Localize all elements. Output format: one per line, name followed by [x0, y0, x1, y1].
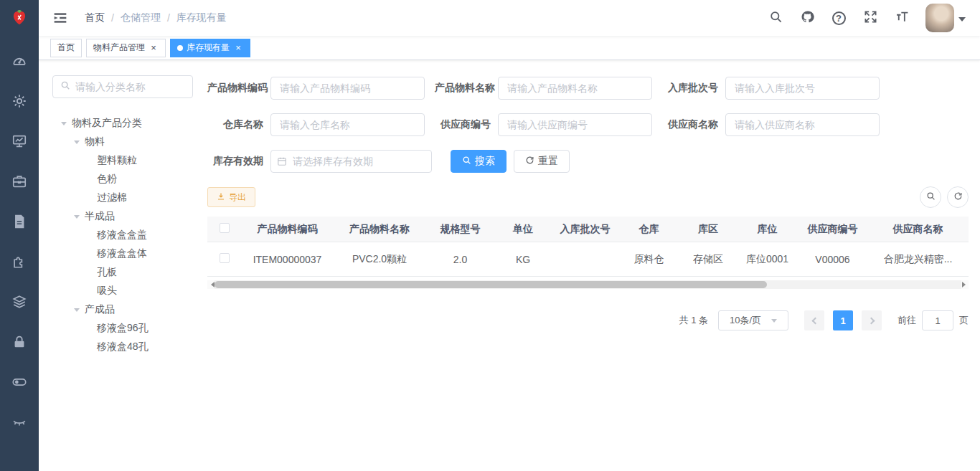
sidebar-item-settings[interactable]: [11, 93, 27, 109]
lock-icon: [11, 334, 27, 350]
supplier-code-input[interactable]: [498, 113, 652, 136]
caret-down-icon[interactable]: [74, 215, 80, 222]
tab-label: 库存现有量: [187, 42, 230, 54]
monitor-chart-icon: [11, 133, 27, 149]
close-icon[interactable]: ×: [149, 43, 159, 53]
row-checkbox[interactable]: [220, 253, 230, 263]
sidebar-item-charts[interactable]: [11, 133, 27, 149]
tree-node-box-body[interactable]: 移液盒盒体: [52, 244, 207, 263]
briefcase-icon: [11, 173, 27, 189]
sidebar-item-eye[interactable]: [11, 414, 27, 430]
font-size-button[interactable]: [890, 4, 914, 32]
tree-node-finished[interactable]: 产成品: [52, 300, 207, 319]
tree-node-plastic-pellet[interactable]: 塑料颗粒: [52, 151, 207, 170]
sidebar-item-layers[interactable]: [11, 294, 27, 310]
sidebar-item-documents[interactable]: [11, 214, 27, 229]
refresh-table-button[interactable]: [947, 186, 969, 208]
column-header: 仓库: [618, 223, 679, 236]
work-area: 产品物料编码 产品物料名称 入库批次号: [207, 60, 980, 471]
app-root: 首页 / 仓储管理 / 库存现有量 ? 首页: [0, 0, 980, 471]
table-toolbar: 导出: [207, 186, 969, 208]
page-number-1[interactable]: 1: [833, 310, 853, 330]
breadcrumb-warehouse: 仓储管理: [121, 11, 161, 24]
tree-node-filter-cotton[interactable]: 过滤棉: [52, 189, 207, 207]
close-icon[interactable]: ×: [233, 43, 243, 53]
breadcrumb-separator: /: [167, 12, 170, 24]
tree-node-well-plate[interactable]: 孔板: [52, 263, 207, 282]
tab-inventory-on-hand[interactable]: 库存现有量 ×: [170, 39, 250, 57]
toggle-search-button[interactable]: [920, 186, 941, 208]
tab-home[interactable]: 首页: [50, 39, 82, 57]
help-button[interactable]: ?: [826, 4, 851, 32]
inbound-batch-input[interactable]: [725, 77, 880, 100]
fullscreen-button[interactable]: [858, 4, 882, 32]
strawberry-logo-icon: [9, 6, 30, 30]
table-row[interactable]: ITEM00000037 PVC2.0颗粒 2.0 KG 原料仓 存储区 库位0…: [207, 242, 969, 277]
caret-down-icon[interactable]: [74, 141, 80, 147]
sidebar-item-toggle[interactable]: [11, 374, 27, 390]
tree-node-pigment[interactable]: 色粉: [52, 170, 207, 189]
user-menu[interactable]: [921, 4, 970, 32]
category-search-input[interactable]: [75, 81, 185, 92]
field-item-code: 产品物料编码: [207, 77, 425, 100]
tree-node-root[interactable]: 物料及产品分类: [52, 114, 207, 133]
goto-page-input[interactable]: [922, 310, 953, 330]
tree-node-box-48[interactable]: 移液盒48孔: [52, 338, 207, 356]
next-page-button[interactable]: [862, 310, 882, 330]
search-icon: [769, 10, 783, 27]
toggle-icon: [11, 374, 27, 390]
total-count-label: 共 1 条: [679, 314, 708, 327]
app-logo[interactable]: [0, 0, 39, 36]
scroll-right-arrow[interactable]: [961, 282, 969, 287]
breadcrumb: 首页 / 仓储管理 / 库存现有量: [85, 11, 227, 24]
caret-down-icon[interactable]: [74, 308, 80, 315]
category-tree-panel: 物料及产品分类 物料 塑料颗粒 色粉 过滤棉 半成品 移液盒盒盖 移液盒盒体 孔…: [39, 60, 207, 471]
expiry-date-input[interactable]: [270, 150, 432, 173]
select-all-checkbox[interactable]: [220, 223, 230, 233]
horizontal-scrollbar: [207, 280, 969, 289]
tree-node-box-lid[interactable]: 移液盒盒盖: [52, 226, 207, 244]
column-header: 单位: [494, 223, 552, 236]
scrollbar-thumb[interactable]: [215, 281, 767, 288]
field-supplier-name: 供应商名称: [662, 113, 880, 136]
main-area: 首页 / 仓储管理 / 库存现有量 ? 首页: [39, 0, 980, 471]
page-size-select[interactable]: 10条/页: [718, 310, 788, 330]
caret-down-icon[interactable]: [61, 122, 67, 128]
sidebar-toggle-button[interactable]: [49, 11, 72, 25]
cell-supplier-name: 合肥龙兴精密...: [867, 253, 969, 266]
page-content: 物料及产品分类 物料 塑料颗粒 色粉 过滤棉 半成品 移液盒盒盖 移液盒盒体 孔…: [39, 60, 980, 471]
item-code-input[interactable]: [270, 77, 425, 100]
scrollbar-track[interactable]: [215, 280, 961, 289]
export-button[interactable]: 导出: [207, 187, 255, 207]
sidebar-item-permissions[interactable]: [11, 334, 27, 350]
page-unit-label: 页: [959, 314, 969, 327]
hamburger-icon: [53, 11, 67, 25]
prev-page-button[interactable]: [804, 310, 824, 330]
gear-icon: [11, 93, 27, 109]
field-warehouse-name: 仓库名称: [207, 113, 425, 136]
sidebar-item-components[interactable]: [11, 254, 27, 270]
dashboard-icon: [11, 53, 27, 69]
item-name-input[interactable]: [498, 77, 652, 100]
tree-node-tip[interactable]: 吸头: [52, 282, 207, 300]
sidebar-item-dashboard[interactable]: [11, 53, 27, 69]
tree-node-box-96[interactable]: 移液盒96孔: [52, 319, 207, 338]
breadcrumb-current: 库存现有量: [176, 11, 227, 24]
search-button[interactable]: 搜索: [451, 150, 507, 173]
document-icon: [11, 214, 27, 229]
supplier-name-input[interactable]: [725, 113, 880, 136]
header-search-button[interactable]: [763, 4, 788, 32]
warehouse-name-input[interactable]: [270, 113, 425, 136]
github-link-button[interactable]: [795, 4, 819, 32]
breadcrumb-separator: /: [111, 12, 114, 24]
cell-unit: KG: [494, 254, 552, 265]
sidebar-item-toolbox[interactable]: [11, 173, 27, 189]
scroll-left-arrow[interactable]: [207, 282, 215, 287]
github-icon: [801, 10, 814, 27]
tree-node-material[interactable]: 物料: [52, 133, 207, 151]
chevron-down-icon: [771, 319, 777, 325]
reset-button[interactable]: 重置: [514, 150, 570, 173]
tab-material-product-management[interactable]: 物料产品管理 ×: [86, 39, 166, 57]
breadcrumb-home[interactable]: 首页: [85, 11, 105, 24]
tree-node-semi-finished[interactable]: 半成品: [52, 207, 207, 226]
